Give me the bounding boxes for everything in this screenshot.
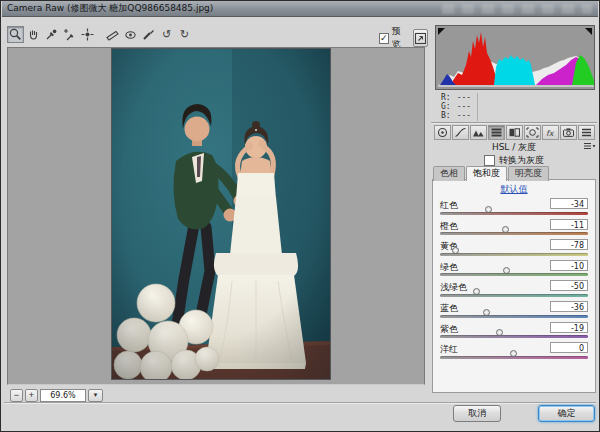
- targeted-adjustment-tool-button[interactable]: [79, 26, 96, 43]
- subtab-luminance[interactable]: 明亮度: [508, 166, 549, 181]
- zoom-in-button[interactable]: +: [25, 389, 38, 402]
- slider-blue-value[interactable]: -36: [550, 301, 588, 312]
- default-values-link[interactable]: 默认值: [433, 183, 595, 196]
- slider-red: 红色 -34: [440, 198, 588, 219]
- subtab-saturation[interactable]: 饱和度: [466, 166, 507, 181]
- tab-split-toning[interactable]: [506, 125, 523, 140]
- targeted-adjustment-icon: [80, 27, 95, 42]
- tab-tone-curve[interactable]: [452, 125, 469, 140]
- slider-blue: 蓝色 -36: [440, 301, 588, 322]
- slider-blue-track[interactable]: [440, 315, 588, 318]
- slider-blue-thumb[interactable]: [483, 309, 490, 316]
- slider-orange-track[interactable]: [440, 232, 588, 235]
- rgb-readout: R:--- G:--- B:---: [441, 93, 591, 121]
- white-balance-tool-button[interactable]: [43, 26, 60, 43]
- window-title: Camera Raw (修图微大 糖加QQ986658485.jpg): [7, 3, 213, 13]
- slider-red-thumb[interactable]: [485, 206, 492, 213]
- slider-purple-thumb[interactable]: [496, 329, 503, 336]
- slider-magenta-thumb[interactable]: [510, 350, 517, 357]
- rotate-right-icon: ↻: [180, 28, 189, 41]
- slider-red-label: 红色: [440, 199, 458, 212]
- slider-aqua-thumb[interactable]: [473, 288, 480, 295]
- readout-divider: [477, 93, 478, 121]
- titlebar-watermark: [442, 4, 592, 14]
- slider-orange-value[interactable]: -11: [550, 219, 588, 230]
- zoom-level-value[interactable]: 69.6%: [40, 389, 86, 402]
- slider-yellow-value[interactable]: -78: [550, 239, 588, 250]
- tone-curve-tab-icon: [454, 127, 467, 138]
- zoom-level-dropdown-button[interactable]: ▼: [88, 389, 103, 402]
- slider-red-track[interactable]: [440, 212, 588, 215]
- tab-presets[interactable]: [578, 125, 595, 140]
- slider-magenta-label: 洋红: [440, 343, 458, 356]
- titlebar[interactable]: Camera Raw (修图微大 糖加QQ986658485.jpg): [2, 1, 598, 17]
- effects-tab-icon: fx: [544, 127, 557, 138]
- color-sampler-icon: [62, 27, 77, 42]
- cancel-button[interactable]: 取消: [453, 405, 501, 422]
- red-eye-tool-button[interactable]: [122, 26, 139, 43]
- b-channel-value: ---: [457, 111, 471, 120]
- slider-aqua-track[interactable]: [440, 294, 588, 297]
- saturation-panel: 默认值 红色 -34 橙色 -11 黄色 -78 绿色 -10: [432, 179, 596, 393]
- slider-yellow-track[interactable]: [440, 253, 588, 256]
- zoom-out-button[interactable]: −: [10, 389, 23, 402]
- panel-title: HSL / 灰度: [431, 141, 597, 152]
- panel-tab-strip: fx: [434, 125, 595, 140]
- slider-orange-thumb[interactable]: [502, 226, 509, 233]
- image-preview-area[interactable]: [7, 47, 425, 385]
- slider-purple: 紫色 -19: [440, 322, 588, 343]
- slider-blue-label: 蓝色: [440, 302, 458, 315]
- slider-green-value[interactable]: -10: [550, 260, 588, 271]
- zoom-tool-button[interactable]: [7, 26, 24, 43]
- adjustment-brush-tool-button[interactable]: [140, 26, 157, 43]
- slider-aqua-value[interactable]: -50: [550, 280, 588, 291]
- tab-camera-calibration[interactable]: [560, 125, 577, 140]
- slider-aqua: 浅绿色 -50: [440, 280, 588, 301]
- footer-separator: [4, 402, 596, 404]
- slider-green-label: 绿色: [440, 261, 458, 274]
- tab-basic[interactable]: [434, 125, 451, 140]
- tab-lens-corrections[interactable]: [524, 125, 541, 140]
- fullscreen-toggle-button[interactable]: [413, 29, 428, 47]
- color-sampler-tool-button[interactable]: [61, 26, 78, 43]
- rotate-left-icon: ↺: [162, 28, 171, 41]
- lens-corrections-tab-icon: [526, 127, 539, 138]
- straighten-tool-button[interactable]: [104, 26, 121, 43]
- slider-magenta-value[interactable]: 0: [550, 342, 588, 353]
- camera-raw-dialog: Camera Raw (修图微大 糖加QQ986658485.jpg): [0, 0, 600, 432]
- slider-green-thumb[interactable]: [503, 267, 510, 274]
- hand-tool-icon: [26, 27, 41, 42]
- histogram[interactable]: [435, 25, 595, 90]
- slider-magenta: 洋红 0: [440, 342, 588, 363]
- tab-hsl-grayscale[interactable]: [488, 125, 505, 140]
- subtab-hue[interactable]: 色相: [433, 166, 465, 181]
- wedding-photo: [112, 49, 330, 379]
- tab-effects[interactable]: fx: [542, 125, 559, 140]
- hand-tool-button[interactable]: [25, 26, 42, 43]
- slider-green: 绿色 -10: [440, 260, 588, 281]
- slider-orange-label: 橙色: [440, 220, 458, 233]
- photo-canvas[interactable]: [111, 48, 331, 380]
- slider-purple-track[interactable]: [440, 335, 588, 338]
- fullscreen-toggle-icon: [414, 32, 427, 45]
- hsl-grayscale-tab-icon: [490, 127, 503, 138]
- slider-yellow-thumb[interactable]: [452, 247, 459, 254]
- rotate-right-button[interactable]: ↻: [176, 26, 193, 43]
- white-balance-eyedropper-icon: [44, 27, 59, 42]
- panel-menu-icon[interactable]: [583, 142, 596, 151]
- ok-button[interactable]: 确定: [538, 405, 595, 422]
- tab-detail[interactable]: [470, 125, 487, 140]
- slider-red-value[interactable]: -34: [550, 198, 588, 209]
- slider-magenta-track[interactable]: [440, 356, 588, 359]
- slider-green-track[interactable]: [440, 273, 588, 276]
- convert-grayscale-checkbox[interactable]: [484, 155, 495, 166]
- r-channel-value: ---: [457, 93, 471, 102]
- slider-purple-value[interactable]: -19: [550, 322, 588, 333]
- zoom-tool-icon: [8, 27, 23, 42]
- preview-checkbox[interactable]: ✓: [379, 33, 389, 44]
- split-toning-tab-icon: [508, 127, 521, 138]
- rotate-left-button[interactable]: ↺: [158, 26, 175, 43]
- panel-separator: [431, 122, 597, 124]
- toolbar: ↺ ↻ ✓ 预览: [7, 23, 425, 46]
- red-eye-tool-icon: [123, 27, 138, 42]
